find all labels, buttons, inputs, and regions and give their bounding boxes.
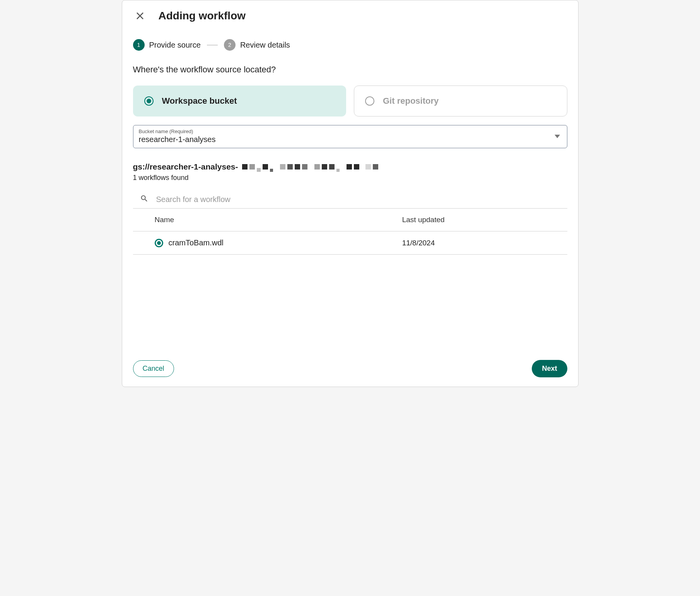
- next-button[interactable]: Next: [532, 360, 567, 377]
- step-number-badge: 1: [133, 39, 145, 51]
- column-header-name[interactable]: Name: [155, 216, 402, 224]
- step-label: Review details: [240, 41, 290, 50]
- bucket-select-label: Bucket name (Required): [139, 128, 562, 134]
- workflow-table: Name Last updated cramToBam.wdl 11/8/202…: [133, 208, 567, 255]
- gs-path-prefix: gs://researcher-1-analyses-: [133, 162, 238, 171]
- cancel-button[interactable]: Cancel: [133, 360, 174, 377]
- workflow-table-header: Name Last updated: [133, 209, 567, 231]
- step-number-badge: 2: [224, 39, 236, 51]
- source-option-label: Git repository: [383, 96, 439, 106]
- step-review-details[interactable]: 2 Review details: [224, 39, 290, 51]
- close-icon[interactable]: [135, 10, 145, 21]
- dialog-body: 1 Provide source 2 Review details Where'…: [122, 22, 578, 352]
- search-icon: [140, 194, 149, 204]
- workflow-search-input[interactable]: [155, 195, 560, 204]
- redacted-path-segment: [242, 164, 378, 170]
- svg-marker-2: [555, 135, 560, 138]
- radio-selected-icon: [155, 239, 163, 247]
- dialog-header: Adding workflow: [122, 0, 578, 22]
- bucket-select-value: researcher-1-analyses: [139, 135, 562, 144]
- chevron-down-icon: [555, 133, 560, 140]
- dialog-footer: Cancel Next: [122, 352, 578, 387]
- step-provide-source[interactable]: 1 Provide source: [133, 39, 201, 51]
- step-label: Provide source: [149, 41, 201, 50]
- column-header-last-updated[interactable]: Last updated: [402, 216, 567, 224]
- source-option-label: Workspace bucket: [162, 96, 237, 106]
- workflow-name: cramToBam.wdl: [169, 238, 224, 247]
- bucket-name-select[interactable]: Bucket name (Required) researcher-1-anal…: [133, 125, 567, 148]
- workflows-found-count: 1 workflows found: [133, 174, 567, 182]
- source-question: Where's the workflow source located?: [133, 65, 567, 75]
- bucket-gs-path: gs://researcher-1-analyses-: [133, 162, 567, 171]
- source-option-git-repository[interactable]: Git repository: [354, 86, 567, 116]
- stepper: 1 Provide source 2 Review details: [133, 39, 567, 51]
- workflow-search: [133, 193, 567, 208]
- workflow-table-row[interactable]: cramToBam.wdl 11/8/2024: [133, 231, 567, 255]
- dialog-title: Adding workflow: [159, 10, 246, 22]
- radio-selected-icon: [144, 96, 154, 106]
- source-options: Workspace bucket Git repository: [133, 86, 567, 116]
- radio-unselected-icon: [365, 96, 374, 106]
- step-connector: [207, 45, 218, 45]
- add-workflow-dialog: Adding workflow 1 Provide source 2 Revie…: [122, 0, 579, 387]
- workflow-last-updated: 11/8/2024: [402, 239, 567, 247]
- source-option-workspace-bucket[interactable]: Workspace bucket: [133, 86, 347, 116]
